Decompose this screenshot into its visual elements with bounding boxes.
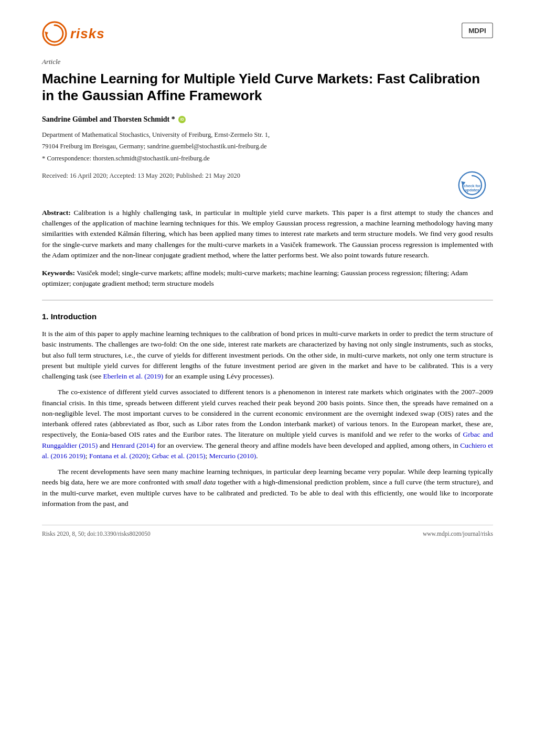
mdpi-logo-icon: MDPI xyxy=(462,21,493,40)
ref-mercurio-link[interactable]: Mercurio (2010) xyxy=(209,452,256,460)
authors: Sandrine Gümbel and Thorsten Schmidt * xyxy=(42,114,493,125)
ref-fontana-link[interactable]: Fontana et al. (2020) xyxy=(89,452,148,460)
svg-marker-1 xyxy=(45,31,48,36)
journal-logo: risks xyxy=(42,21,105,46)
abstract-label: Abstract: xyxy=(42,209,71,217)
ref-eberlein-link[interactable]: Eberlein et al. (2019) xyxy=(103,372,164,380)
page: risks MDPI Article Machine Learning for … xyxy=(0,0,535,756)
article-type: Article xyxy=(42,57,493,67)
keywords-section: Keywords: Vasiček model; single-curve ma… xyxy=(42,268,493,289)
orcid-icon xyxy=(178,116,186,123)
abstract-text: Abstract: Calibration is a highly challe… xyxy=(42,208,493,261)
risks-logo-icon xyxy=(42,21,67,46)
journal-name: risks xyxy=(70,24,105,44)
section-1-para-2: The co-existence of different yield curv… xyxy=(42,387,493,461)
footer-website: www.mdpi.com/journal/risks xyxy=(423,530,493,538)
section-1-para-3: The recent developments have seen many m… xyxy=(42,467,493,509)
section-divider xyxy=(42,300,493,300)
keywords-label: Keywords: xyxy=(42,269,75,277)
footer-citation: Risks 2020, 8, 50; doi:10.3390/risks8020… xyxy=(42,530,151,538)
affiliation-line1: Department of Mathematical Stochastics, … xyxy=(42,130,493,140)
section-1-para-1: It is the aim of this paper to apply mac… xyxy=(42,329,493,382)
check-updates-icon: check for updates xyxy=(458,171,486,199)
header: risks MDPI xyxy=(42,21,493,46)
abstract-body: Calibration is a highly challenging task… xyxy=(42,209,493,259)
check-updates-badge: check for updates xyxy=(451,171,493,199)
ref-henrard-link[interactable]: Henrard (2014) xyxy=(112,441,156,449)
page-footer: Risks 2020, 8, 50; doi:10.3390/risks8020… xyxy=(42,525,493,538)
section-1: 1. Introduction It is the aim of this pa… xyxy=(42,311,493,510)
keywords-text: Vasiček model; single-curve markets; aff… xyxy=(42,269,468,287)
svg-text:updates: updates xyxy=(465,187,479,192)
abstract-section: Abstract: Calibration is a highly challe… xyxy=(42,208,493,261)
correspondence: * Correspondence: thorsten.schmidt@stoch… xyxy=(42,154,493,164)
affiliation-line2: 79104 Freiburg im Breisgau, Germany; san… xyxy=(42,142,493,152)
authors-text: Sandrine Gümbel and Thorsten Schmidt * xyxy=(42,115,175,123)
correspondence-text: * Correspondence: thorsten.schmidt@stoch… xyxy=(42,155,210,162)
section-1-title: 1. Introduction xyxy=(42,311,493,323)
ref-grbac-link[interactable]: Grbac and Runggaldier (2015) xyxy=(42,430,493,449)
svg-text:MDPI: MDPI xyxy=(468,27,486,35)
dates-row: Received: 16 April 2020; Accepted: 13 Ma… xyxy=(42,171,493,199)
publication-dates: Received: 16 April 2020; Accepted: 13 Ma… xyxy=(42,171,240,181)
paper-title: Machine Learning for Multiple Yield Curv… xyxy=(42,70,493,104)
ref-grbac2-link[interactable]: Grbac et al. (2015) xyxy=(152,452,206,460)
